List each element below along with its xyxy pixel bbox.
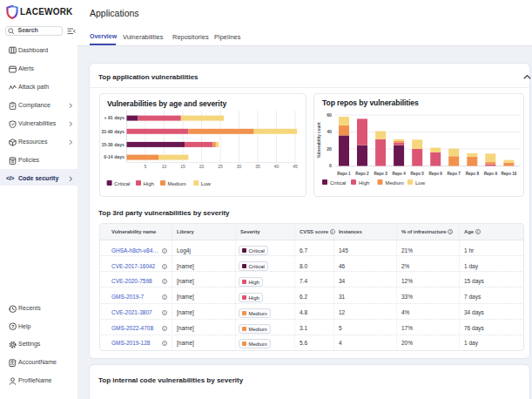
svg-text:5: 5 xyxy=(145,164,147,169)
svg-text:High: High xyxy=(359,180,369,186)
svg-text:40: 40 xyxy=(274,164,279,169)
svg-text:45: 45 xyxy=(293,164,298,169)
svg-text:Repo 4: Repo 4 xyxy=(392,172,406,176)
svg-text:20: 20 xyxy=(327,146,332,152)
svg-text:Repo 3: Repo 3 xyxy=(374,172,387,176)
svg-text:+ 91 days: + 91 days xyxy=(104,115,125,120)
svg-text:?: ? xyxy=(11,324,15,329)
svg-text:25: 25 xyxy=(218,164,223,169)
svg-text:40: 40 xyxy=(327,129,332,134)
svg-text:Vulnerability count: Vulnerability count xyxy=(317,122,321,159)
svg-text:10: 10 xyxy=(162,164,167,169)
svg-text:Low: Low xyxy=(415,180,426,186)
svg-text:0-14 days: 0-14 days xyxy=(104,154,125,159)
svg-text:Repo 8: Repo 8 xyxy=(466,172,480,176)
svg-text:Repo 7: Repo 7 xyxy=(448,172,461,176)
svg-text:60: 60 xyxy=(327,112,332,118)
svg-text:Repo 6: Repo 6 xyxy=(429,172,443,176)
svg-text:Repo 5: Repo 5 xyxy=(411,172,425,176)
svg-text:30: 30 xyxy=(237,164,242,169)
svg-text:Medium: Medium xyxy=(168,181,186,186)
svg-text:15-30 days: 15-30 days xyxy=(101,142,125,147)
svg-text:Medium: Medium xyxy=(386,180,404,186)
svg-text:Critical: Critical xyxy=(114,181,130,186)
svg-text:0: 0 xyxy=(329,163,332,168)
svg-text:Low: Low xyxy=(201,181,212,186)
svg-text:Repo 2: Repo 2 xyxy=(355,172,369,176)
svg-text:Repo 9: Repo 9 xyxy=(484,172,498,176)
svg-text:Repo 10: Repo 10 xyxy=(501,172,516,176)
svg-text:35: 35 xyxy=(255,164,260,169)
svg-text:Repo 1: Repo 1 xyxy=(337,172,351,176)
svg-text:31-90 days: 31-90 days xyxy=(101,129,125,134)
svg-text:15: 15 xyxy=(180,164,185,169)
svg-text:Critical: Critical xyxy=(330,180,346,186)
svg-text:High: High xyxy=(144,181,154,186)
svg-text:20: 20 xyxy=(199,164,205,169)
